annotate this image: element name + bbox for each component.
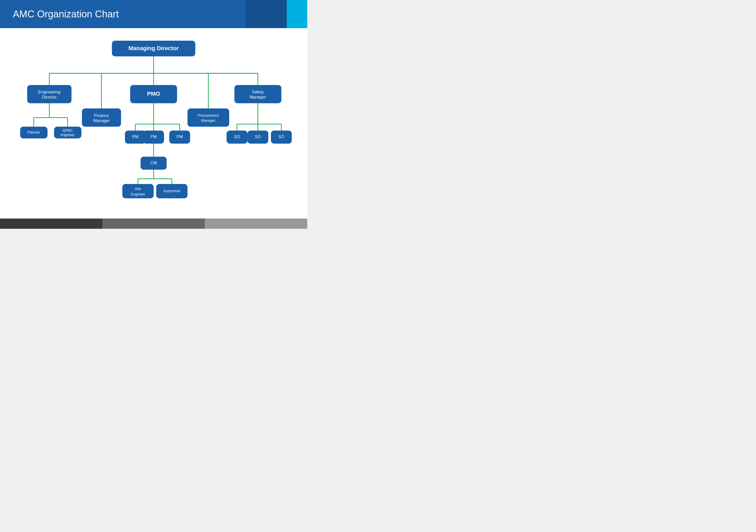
safety-manager-label2: Manager bbox=[250, 95, 266, 99]
so1-label: SO bbox=[234, 134, 240, 139]
header-decoration bbox=[246, 0, 307, 28]
procurement-manager-label: Procurement bbox=[198, 113, 219, 118]
pm1-label: PM bbox=[132, 134, 139, 139]
qa-engineer-label2: engineer bbox=[60, 133, 75, 137]
cm-label: CM bbox=[150, 160, 157, 165]
managing-director-label: Managing Director bbox=[128, 45, 179, 51]
pm2-label: PM bbox=[150, 134, 157, 139]
footer bbox=[0, 219, 307, 229]
procurement-manager-label2: Manager bbox=[201, 119, 216, 122]
pmo-label: PMO bbox=[147, 91, 160, 97]
chart-area: Managing Director Engineering Director F… bbox=[0, 28, 307, 219]
page-title: AMC Organization Chart bbox=[13, 9, 119, 20]
safety-manager-label: Safety bbox=[252, 90, 264, 94]
qa-engineer-label: QA&C bbox=[63, 128, 73, 132]
header-decor-light bbox=[287, 0, 307, 28]
header: AMC Organization Chart bbox=[0, 0, 307, 28]
so2-label: SO bbox=[255, 134, 261, 139]
engineering-director-label: Engineering bbox=[38, 90, 60, 94]
pm3-label: PM bbox=[176, 134, 183, 139]
site-engineer-label: Site bbox=[135, 187, 141, 191]
svg-rect-38 bbox=[122, 184, 154, 198]
supervisor-label: Supervisor bbox=[163, 189, 180, 193]
org-chart-svg: Managing Director Engineering Director F… bbox=[10, 36, 297, 215]
engineering-director-label2: Director bbox=[42, 95, 57, 99]
site-engineer-label2: Engineer bbox=[131, 192, 145, 196]
svg-rect-30 bbox=[187, 109, 229, 127]
slide: AMC Organization Chart bbox=[0, 0, 307, 229]
footer-section-mid bbox=[102, 219, 205, 229]
footer-section-dark bbox=[0, 219, 102, 229]
footer-section-light bbox=[205, 219, 307, 229]
so3-label: SO bbox=[278, 134, 284, 139]
planner-label: Planner bbox=[27, 130, 40, 134]
finance-manager-label2: Manager bbox=[93, 118, 110, 123]
finance-manager-label: Finance bbox=[94, 113, 109, 118]
header-decor-dark bbox=[246, 0, 287, 28]
